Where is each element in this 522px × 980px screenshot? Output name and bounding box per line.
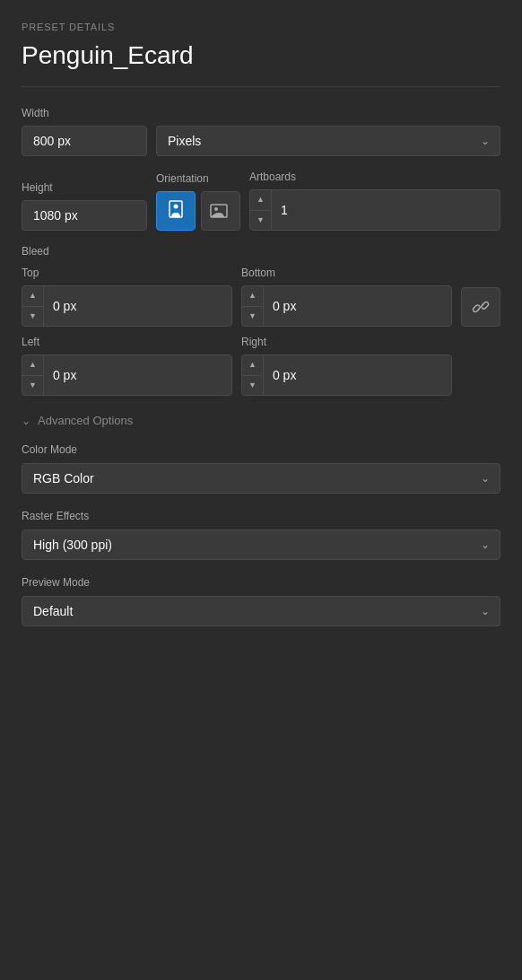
link-icon bbox=[472, 298, 490, 316]
bleed-left-decrement[interactable]: ▼ bbox=[22, 375, 43, 396]
raster-effects-label: Raster Effects bbox=[22, 510, 500, 522]
bleed-right-stepper: ▲ ▼ bbox=[241, 354, 452, 396]
svg-point-1 bbox=[174, 205, 178, 209]
width-label: Width bbox=[22, 107, 500, 119]
bleed-bottom-decrement[interactable]: ▼ bbox=[242, 306, 263, 327]
bleed-left-right-row: Left ▲ ▼ Right ▲ ▼ bbox=[22, 336, 500, 396]
bleed-left-label: Left bbox=[22, 336, 232, 348]
bleed-top-label: Top bbox=[22, 267, 232, 279]
color-mode-label: Color Mode bbox=[22, 443, 500, 456]
bleed-right-label: Right bbox=[241, 336, 452, 348]
hoa-row: Height Orientation bbox=[22, 171, 500, 231]
bleed-left-wrap: Left ▲ ▼ bbox=[22, 336, 232, 396]
raster-effects-select-wrap: Screen (72 ppi) Medium (150 ppi) High (3… bbox=[22, 529, 500, 560]
bleed-link-button[interactable] bbox=[461, 287, 500, 327]
raster-effects-section: Raster Effects Screen (72 ppi) Medium (1… bbox=[22, 510, 500, 560]
bleed-top-decrement[interactable]: ▼ bbox=[22, 306, 43, 327]
advanced-chevron-icon: ⌄ bbox=[22, 415, 30, 427]
preview-mode-section: Preview Mode Default Pixel Overprint ⌄ bbox=[22, 576, 500, 626]
height-wrap: Height bbox=[22, 181, 147, 231]
bleed-right-decrement[interactable]: ▼ bbox=[242, 375, 263, 396]
bleed-top-arrows: ▲ ▼ bbox=[22, 286, 44, 326]
landscape-button[interactable] bbox=[201, 191, 240, 231]
bleed-bottom-stepper: ▲ ▼ bbox=[241, 285, 452, 327]
bleed-label: Bleed bbox=[22, 245, 500, 258]
width-input-wrap bbox=[22, 126, 147, 156]
preview-mode-select[interactable]: Default Pixel Overprint bbox=[22, 596, 500, 626]
width-unit-select[interactable]: Pixels Inches Centimeters Millimeters Po… bbox=[156, 126, 500, 156]
bleed-top-bottom-row: Top ▲ ▼ Bottom ▲ ▼ bbox=[22, 267, 500, 327]
bleed-left-arrows: ▲ ▼ bbox=[22, 355, 44, 395]
preview-mode-select-wrap: Default Pixel Overprint ⌄ bbox=[22, 596, 500, 626]
bleed-left-value[interactable] bbox=[44, 368, 231, 382]
color-mode-select[interactable]: RGB Color CMYK Color Grayscale bbox=[22, 463, 500, 494]
artboards-value[interactable] bbox=[272, 203, 500, 217]
bleed-top-value[interactable] bbox=[44, 299, 231, 313]
bleed-bottom-value[interactable] bbox=[264, 299, 451, 313]
orientation-buttons bbox=[156, 191, 240, 231]
artboards-stepper: ▲ ▼ bbox=[249, 189, 500, 231]
artboards-increment[interactable]: ▲ bbox=[250, 190, 271, 210]
bleed-bottom-increment[interactable]: ▲ bbox=[242, 286, 263, 306]
height-input[interactable] bbox=[22, 200, 147, 231]
bleed-top-stepper: ▲ ▼ bbox=[22, 285, 232, 327]
artboards-decrement[interactable]: ▼ bbox=[250, 210, 271, 231]
bleed-right-arrows: ▲ ▼ bbox=[242, 355, 264, 395]
portrait-icon bbox=[168, 200, 184, 222]
bleed-top-wrap: Top ▲ ▼ bbox=[22, 267, 232, 327]
artboards-label: Artboards bbox=[249, 171, 500, 183]
advanced-options-label: Advanced Options bbox=[38, 414, 133, 427]
orientation-label: Orientation bbox=[156, 172, 240, 185]
bleed-bottom-label: Bottom bbox=[241, 267, 452, 279]
raster-effects-select[interactable]: Screen (72 ppi) Medium (150 ppi) High (3… bbox=[22, 529, 500, 560]
advanced-options-toggle[interactable]: ⌄ Advanced Options bbox=[22, 414, 500, 427]
width-unit-wrap: Pixels Inches Centimeters Millimeters Po… bbox=[156, 126, 500, 156]
width-input[interactable] bbox=[22, 126, 147, 156]
color-mode-section: Color Mode RGB Color CMYK Color Grayscal… bbox=[22, 443, 500, 494]
color-mode-select-wrap: RGB Color CMYK Color Grayscale ⌄ bbox=[22, 463, 500, 494]
bleed-left-stepper: ▲ ▼ bbox=[22, 354, 232, 396]
svg-point-3 bbox=[214, 207, 218, 211]
bleed-right-value[interactable] bbox=[264, 368, 451, 382]
bleed-right-wrap: Right ▲ ▼ bbox=[241, 336, 452, 396]
preset-title: Penguin_Ecard bbox=[22, 41, 500, 87]
bleed-left-increment[interactable]: ▲ bbox=[22, 355, 43, 375]
portrait-button[interactable] bbox=[156, 191, 196, 231]
bleed-bottom-wrap: Bottom ▲ ▼ bbox=[241, 267, 452, 327]
artboards-wrap: Artboards ▲ ▼ bbox=[249, 171, 500, 231]
preview-mode-label: Preview Mode bbox=[22, 576, 500, 589]
height-label: Height bbox=[22, 181, 147, 194]
orientation-wrap: Orientation bbox=[156, 172, 240, 231]
bleed-top-increment[interactable]: ▲ bbox=[22, 286, 43, 306]
bleed-right-increment[interactable]: ▲ bbox=[242, 355, 263, 375]
landscape-icon bbox=[210, 203, 231, 219]
width-row: Pixels Inches Centimeters Millimeters Po… bbox=[22, 126, 500, 156]
artboards-arrows: ▲ ▼ bbox=[250, 190, 272, 230]
section-label: PRESET DETAILS bbox=[22, 22, 500, 32]
bleed-bottom-arrows: ▲ ▼ bbox=[242, 286, 264, 326]
